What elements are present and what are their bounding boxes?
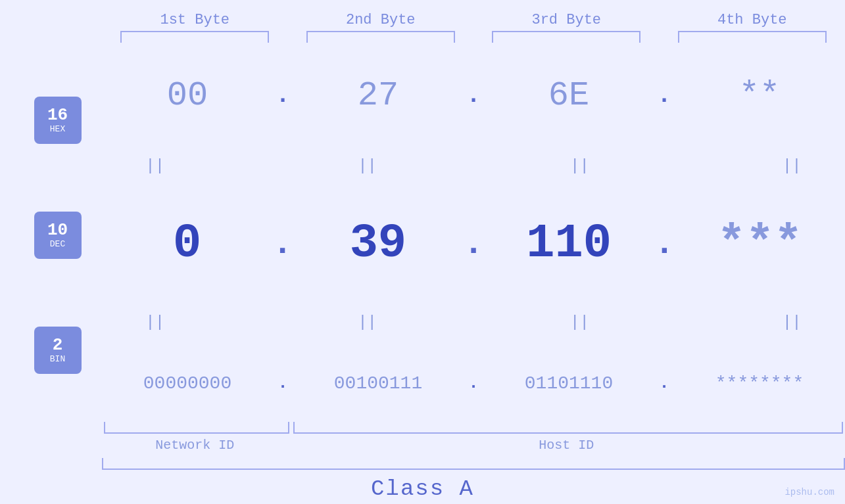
bracket-cell-1 [102, 31, 288, 43]
eq-1: || [102, 157, 208, 175]
header-row: 1st Byte 2nd Byte 3rd Byte 4th Byte [0, 0, 845, 28]
hex-row: 00 . 27 . 6E . ** [102, 76, 845, 115]
bracket-3 [492, 31, 640, 43]
bracket-cell-4 [660, 31, 846, 43]
bin-dot-3: . [654, 373, 674, 393]
bin-dot-1: . [273, 373, 293, 393]
dec-badge-num: 10 [47, 221, 68, 240]
byte4-label: 4th Byte [660, 12, 846, 28]
bracket-cell-2 [288, 31, 474, 43]
dec-b2: 39 [293, 217, 463, 271]
hex-dot-2: . [464, 82, 483, 109]
eq-row-2: || || || || [102, 312, 845, 332]
values-column: 00 . 27 . 6E . ** || || || || 0 . [102, 49, 845, 421]
bracket-2 [306, 31, 455, 43]
eq-3: || [527, 157, 633, 175]
bracket-4 [678, 31, 827, 43]
byte3-label: 3rd Byte [473, 12, 660, 28]
hex-badge: 16 HEX [34, 97, 82, 144]
bracket-cell-3 [473, 31, 660, 43]
footer-text: ipshu.com [785, 487, 834, 497]
bin-b2: 00100111 [293, 373, 464, 394]
hex-b1: 00 [102, 76, 273, 115]
dec-dot-1: . [272, 225, 293, 263]
dec-b4: *** [675, 217, 845, 271]
host-bracket [293, 422, 844, 434]
bin-row: 00000000 . 00100111 . 01101110 . *******… [102, 373, 845, 394]
class-label-row: Class A [0, 476, 845, 501]
hex-b2: 27 [293, 76, 464, 115]
badges-column: 16 HEX 10 DEC 2 BIN [0, 49, 102, 421]
eq-7: || [527, 313, 633, 331]
host-id-label: Host ID [288, 438, 846, 453]
hex-b3: 6E [483, 76, 654, 115]
dec-dot-3: . [654, 225, 675, 263]
dec-badge: 10 DEC [34, 212, 82, 259]
network-bracket [104, 422, 289, 434]
id-labels-row: Network ID Host ID [0, 438, 845, 453]
byte2-label: 2nd Byte [288, 12, 474, 28]
dec-b1: 0 [102, 217, 272, 271]
eq-6: || [314, 313, 420, 331]
network-id-label: Network ID [102, 438, 288, 453]
dec-badge-label: DEC [50, 239, 65, 249]
eq-2: || [314, 157, 420, 175]
byte1-label: 1st Byte [102, 12, 288, 28]
footer: ipshu.com [785, 487, 834, 497]
bin-b4: ******** [674, 373, 845, 394]
main-container: 1st Byte 2nd Byte 3rd Byte 4th Byte 16 H… [0, 0, 845, 504]
hex-dot-1: . [273, 82, 293, 109]
bin-b1: 00000000 [102, 373, 273, 394]
bin-badge-label: BIN [50, 354, 65, 364]
hex-b4: ** [674, 76, 845, 115]
hex-badge-num: 16 [47, 106, 68, 125]
class-label: Class A [371, 476, 474, 501]
top-bracket-row [0, 31, 845, 43]
hex-badge-label: HEX [50, 124, 65, 134]
bracket-1 [120, 31, 269, 43]
main-area: 16 HEX 10 DEC 2 BIN 00 . 27 . 6E . ** [0, 49, 845, 421]
bottom-bracket-container [0, 422, 845, 434]
dec-b3: 110 [484, 217, 654, 271]
dec-row: 0 . 39 . 110 . *** [102, 217, 845, 271]
bin-badge: 2 BIN [34, 327, 82, 374]
eq-8: || [739, 313, 845, 331]
eq-5: || [102, 313, 208, 331]
eq-row-1: || || || || [102, 156, 845, 176]
full-bracket [102, 458, 845, 470]
bin-dot-2: . [464, 373, 483, 393]
eq-4: || [739, 157, 845, 175]
dec-dot-2: . [463, 225, 483, 263]
hex-dot-3: . [654, 82, 674, 109]
bin-b3: 01101110 [483, 373, 654, 394]
bin-badge-num: 2 [53, 336, 63, 355]
